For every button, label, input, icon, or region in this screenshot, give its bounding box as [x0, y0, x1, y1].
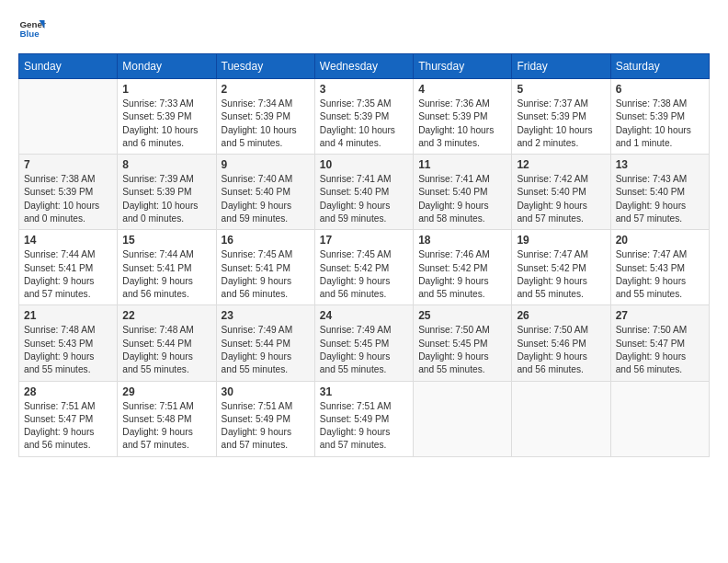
calendar-table: SundayMondayTuesdayWednesdayThursdayFrid…	[18, 53, 710, 457]
calendar-cell: 31Sunrise: 7:51 AM Sunset: 5:49 PM Dayli…	[314, 381, 413, 456]
header-thursday: Thursday	[414, 54, 512, 79]
week-row-2: 14Sunrise: 7:44 AM Sunset: 5:41 PM Dayli…	[19, 230, 710, 305]
day-info: Sunrise: 7:44 AM Sunset: 5:41 PM Dayligh…	[122, 248, 210, 301]
calendar-cell: 17Sunrise: 7:45 AM Sunset: 5:42 PM Dayli…	[314, 230, 413, 305]
day-number: 25	[418, 309, 506, 322]
calendar-cell: 3Sunrise: 7:35 AM Sunset: 5:39 PM Daylig…	[314, 79, 413, 155]
day-info: Sunrise: 7:41 AM Sunset: 5:40 PM Dayligh…	[418, 173, 506, 225]
day-info: Sunrise: 7:37 AM Sunset: 5:39 PM Dayligh…	[517, 98, 605, 150]
day-number: 30	[222, 385, 310, 398]
calendar-cell: 5Sunrise: 7:37 AM Sunset: 5:39 PM Daylig…	[512, 79, 610, 155]
calendar-cell: 24Sunrise: 7:49 AM Sunset: 5:45 PM Dayli…	[314, 305, 413, 381]
day-info: Sunrise: 7:36 AM Sunset: 5:39 PM Dayligh…	[418, 98, 506, 150]
day-info: Sunrise: 7:40 AM Sunset: 5:40 PM Dayligh…	[222, 173, 310, 225]
calendar-cell: 27Sunrise: 7:50 AM Sunset: 5:47 PM Dayli…	[610, 305, 709, 381]
day-info: Sunrise: 7:50 AM Sunset: 5:45 PM Dayligh…	[418, 324, 506, 376]
calendar-cell: 6Sunrise: 7:38 AM Sunset: 5:39 PM Daylig…	[610, 79, 709, 155]
day-info: Sunrise: 7:51 AM Sunset: 5:49 PM Dayligh…	[320, 400, 408, 453]
day-info: Sunrise: 7:41 AM Sunset: 5:40 PM Dayligh…	[320, 173, 408, 225]
day-number: 14	[24, 234, 112, 247]
day-number: 6	[616, 83, 704, 96]
calendar-cell: 2Sunrise: 7:34 AM Sunset: 5:39 PM Daylig…	[216, 79, 314, 155]
calendar-cell	[512, 381, 610, 456]
day-number: 23	[222, 309, 310, 322]
day-info: Sunrise: 7:49 AM Sunset: 5:44 PM Dayligh…	[222, 324, 310, 376]
header-saturday: Saturday	[610, 54, 709, 79]
day-info: Sunrise: 7:48 AM Sunset: 5:43 PM Dayligh…	[24, 324, 112, 376]
calendar-cell: 1Sunrise: 7:33 AM Sunset: 5:39 PM Daylig…	[118, 79, 216, 155]
day-number: 10	[320, 158, 408, 171]
calendar-cell: 4Sunrise: 7:36 AM Sunset: 5:39 PM Daylig…	[414, 79, 512, 155]
day-info: Sunrise: 7:51 AM Sunset: 5:49 PM Dayligh…	[222, 400, 310, 453]
day-number: 27	[616, 309, 704, 322]
calendar-page: General Blue SundayMondayTuesdayWednesda…	[0, 0, 728, 563]
day-number: 9	[222, 158, 310, 171]
svg-text:Blue: Blue	[20, 29, 40, 39]
day-info: Sunrise: 7:38 AM Sunset: 5:39 PM Dayligh…	[24, 173, 112, 225]
header-friday: Friday	[512, 54, 610, 79]
day-info: Sunrise: 7:51 AM Sunset: 5:47 PM Dayligh…	[24, 400, 112, 453]
calendar-cell: 7Sunrise: 7:38 AM Sunset: 5:39 PM Daylig…	[19, 155, 118, 230]
header: General Blue	[18, 15, 710, 42]
header-wednesday: Wednesday	[314, 54, 413, 79]
calendar-cell: 13Sunrise: 7:43 AM Sunset: 5:40 PM Dayli…	[610, 155, 709, 230]
calendar-cell: 22Sunrise: 7:48 AM Sunset: 5:44 PM Dayli…	[118, 305, 216, 381]
calendar-cell: 25Sunrise: 7:50 AM Sunset: 5:45 PM Dayli…	[414, 305, 512, 381]
logo-icon: General Blue	[18, 15, 46, 42]
day-info: Sunrise: 7:46 AM Sunset: 5:42 PM Dayligh…	[418, 248, 506, 301]
day-info: Sunrise: 7:33 AM Sunset: 5:39 PM Dayligh…	[122, 98, 210, 150]
week-row-3: 21Sunrise: 7:48 AM Sunset: 5:43 PM Dayli…	[19, 305, 710, 381]
week-row-1: 7Sunrise: 7:38 AM Sunset: 5:39 PM Daylig…	[19, 155, 710, 230]
calendar-cell: 8Sunrise: 7:39 AM Sunset: 5:39 PM Daylig…	[118, 155, 216, 230]
day-number: 3	[320, 83, 408, 96]
day-info: Sunrise: 7:35 AM Sunset: 5:39 PM Dayligh…	[320, 98, 408, 150]
day-info: Sunrise: 7:38 AM Sunset: 5:39 PM Dayligh…	[616, 98, 704, 150]
day-info: Sunrise: 7:50 AM Sunset: 5:47 PM Dayligh…	[616, 324, 704, 376]
day-number: 16	[222, 234, 310, 247]
day-number: 1	[122, 83, 210, 96]
calendar-cell: 29Sunrise: 7:51 AM Sunset: 5:48 PM Dayli…	[118, 381, 216, 456]
week-row-0: 1Sunrise: 7:33 AM Sunset: 5:39 PM Daylig…	[19, 79, 710, 155]
day-info: Sunrise: 7:50 AM Sunset: 5:46 PM Dayligh…	[517, 324, 605, 376]
calendar-cell: 15Sunrise: 7:44 AM Sunset: 5:41 PM Dayli…	[118, 230, 216, 305]
calendar-cell: 18Sunrise: 7:46 AM Sunset: 5:42 PM Dayli…	[414, 230, 512, 305]
day-number: 12	[517, 158, 605, 171]
day-number: 29	[122, 385, 210, 398]
day-number: 18	[418, 234, 506, 247]
calendar-cell: 28Sunrise: 7:51 AM Sunset: 5:47 PM Dayli…	[19, 381, 118, 456]
day-number: 5	[517, 83, 605, 96]
calendar-cell: 19Sunrise: 7:47 AM Sunset: 5:42 PM Dayli…	[512, 230, 610, 305]
day-number: 24	[320, 309, 408, 322]
day-number: 26	[517, 309, 605, 322]
day-number: 4	[418, 83, 506, 96]
day-number: 17	[320, 234, 408, 247]
calendar-cell	[19, 79, 118, 155]
day-number: 2	[222, 83, 310, 96]
day-number: 20	[616, 234, 704, 247]
day-info: Sunrise: 7:42 AM Sunset: 5:40 PM Dayligh…	[517, 173, 605, 225]
day-info: Sunrise: 7:45 AM Sunset: 5:41 PM Dayligh…	[222, 248, 310, 301]
calendar-cell: 30Sunrise: 7:51 AM Sunset: 5:49 PM Dayli…	[216, 381, 314, 456]
calendar-cell: 26Sunrise: 7:50 AM Sunset: 5:46 PM Dayli…	[512, 305, 610, 381]
day-number: 21	[24, 309, 112, 322]
day-number: 11	[418, 158, 506, 171]
calendar-cell: 21Sunrise: 7:48 AM Sunset: 5:43 PM Dayli…	[19, 305, 118, 381]
day-info: Sunrise: 7:44 AM Sunset: 5:41 PM Dayligh…	[24, 248, 112, 301]
calendar-cell: 16Sunrise: 7:45 AM Sunset: 5:41 PM Dayli…	[216, 230, 314, 305]
day-info: Sunrise: 7:47 AM Sunset: 5:42 PM Dayligh…	[517, 248, 605, 301]
day-number: 31	[320, 385, 408, 398]
day-number: 13	[616, 158, 704, 171]
day-number: 8	[122, 158, 210, 171]
calendar-cell: 14Sunrise: 7:44 AM Sunset: 5:41 PM Dayli…	[19, 230, 118, 305]
calendar-cell: 23Sunrise: 7:49 AM Sunset: 5:44 PM Dayli…	[216, 305, 314, 381]
calendar-cell: 10Sunrise: 7:41 AM Sunset: 5:40 PM Dayli…	[314, 155, 413, 230]
day-info: Sunrise: 7:34 AM Sunset: 5:39 PM Dayligh…	[222, 98, 310, 150]
day-number: 7	[24, 158, 112, 171]
header-sunday: Sunday	[19, 54, 118, 79]
day-number: 28	[24, 385, 112, 398]
day-info: Sunrise: 7:49 AM Sunset: 5:45 PM Dayligh…	[320, 324, 408, 376]
day-number: 19	[517, 234, 605, 247]
day-number: 22	[122, 309, 210, 322]
header-tuesday: Tuesday	[216, 54, 314, 79]
calendar-cell: 9Sunrise: 7:40 AM Sunset: 5:40 PM Daylig…	[216, 155, 314, 230]
